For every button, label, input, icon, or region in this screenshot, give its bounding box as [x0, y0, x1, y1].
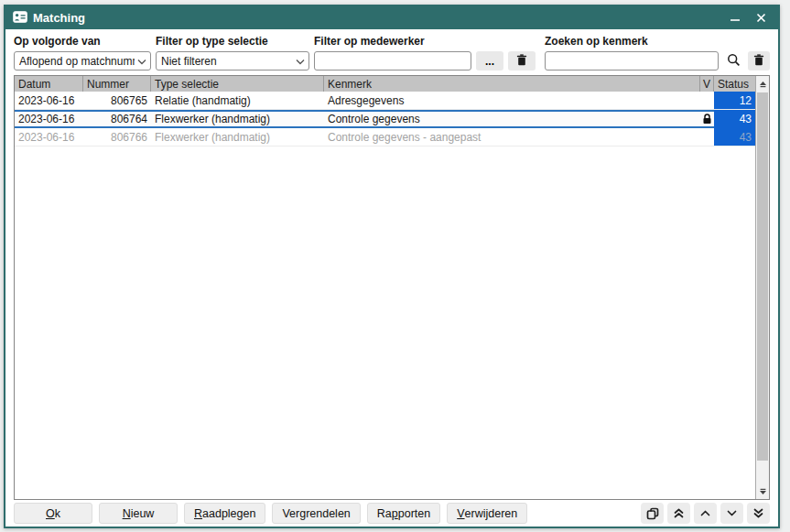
- cell-status: 12: [714, 92, 755, 109]
- search-icon: [727, 53, 741, 70]
- cell-status: 43: [714, 110, 755, 128]
- matching-window: Matching Op volgorde van Aflopend op mat…: [4, 5, 780, 528]
- vertical-scrollbar[interactable]: [755, 76, 769, 499]
- col-header-nummer[interactable]: Nummer: [83, 76, 151, 92]
- titlebar[interactable]: Matching: [5, 6, 778, 29]
- matching-table: Datum Nummer Type selectie Kenmerk V Sta…: [14, 75, 770, 500]
- cell-datum: 2023-06-16: [15, 110, 83, 128]
- lock-icon: [702, 114, 712, 125]
- kenmerk-search-label: Zoeken op kenmerk: [545, 35, 770, 48]
- order-label: Op volgorde van: [14, 35, 151, 48]
- contact-card-icon: [13, 11, 27, 26]
- cell-type-selectie: Relatie (handmatig): [151, 92, 324, 109]
- cell-vergrendeld: [700, 110, 714, 128]
- trash-icon: [753, 54, 764, 69]
- col-header-status[interactable]: Status: [714, 76, 755, 92]
- scroll-down-icon[interactable]: [756, 483, 769, 499]
- table-row[interactable]: 2023-06-16 806764 Flexwerker (handmatig)…: [15, 110, 755, 128]
- cell-datum: 2023-06-16: [15, 128, 83, 146]
- footer-bar: OkNieuwRaadplegenVergrendelenRapportenVe…: [5, 500, 778, 527]
- minimize-icon[interactable]: [725, 9, 745, 27]
- col-header-datum[interactable]: Datum: [15, 76, 83, 92]
- copy-icon[interactable]: [641, 503, 664, 524]
- chevron-down-icon: [296, 55, 305, 68]
- order-select[interactable]: Aflopend op matchnummer: [14, 51, 151, 71]
- chevron-down-icon: [137, 55, 146, 68]
- cell-vergrendeld: [700, 92, 714, 109]
- kenmerk-search-button[interactable]: [723, 51, 743, 71]
- double-chevron-down-icon[interactable]: [747, 503, 770, 524]
- type-filter-value: Niet filteren: [161, 55, 293, 68]
- scrollbar-thumb[interactable]: [757, 92, 768, 461]
- chevron-up-icon[interactable]: [694, 503, 717, 524]
- scroll-up-icon[interactable]: [756, 76, 769, 92]
- type-filter-label: Filter op type selectie: [156, 35, 309, 48]
- window-title: Matching: [33, 11, 85, 25]
- cell-kenmerk: Controle gegevens - aangepast: [324, 128, 700, 146]
- cell-status: 43: [714, 128, 755, 146]
- cell-type-selectie: Flexwerker (handmatig): [151, 128, 324, 146]
- medewerker-input[interactable]: [314, 51, 471, 71]
- trash-icon: [516, 54, 527, 69]
- nieuw-button[interactable]: Nieuw: [99, 503, 178, 524]
- ok-button[interactable]: Ok: [14, 503, 92, 524]
- type-filter-select[interactable]: Niet filteren: [156, 51, 309, 71]
- double-chevron-up-icon[interactable]: [667, 503, 690, 524]
- cell-vergrendeld: [700, 128, 714, 146]
- vergrendelen-button[interactable]: Vergrendelen: [272, 503, 360, 524]
- cell-kenmerk: Controle gegevens: [324, 110, 700, 128]
- cell-nummer: 806765: [83, 92, 151, 109]
- col-header-kenmerk[interactable]: Kenmerk: [324, 76, 700, 92]
- kenmerk-search-input[interactable]: [545, 51, 719, 71]
- table-body: 2023-06-16 806765 Relatie (handmatig) Ad…: [15, 92, 755, 147]
- verwijderen-button[interactable]: Verwijderen: [447, 503, 527, 524]
- cell-datum: 2023-06-16: [15, 92, 83, 109]
- filter-bar: Op volgorde van Aflopend op matchnummer …: [5, 29, 778, 75]
- chevron-down-icon[interactable]: [720, 503, 743, 524]
- cell-nummer: 806764: [83, 110, 151, 128]
- order-select-value: Aflopend op matchnummer: [19, 55, 135, 68]
- medewerker-filter-label: Filter op medewerker: [314, 35, 536, 48]
- close-icon[interactable]: [751, 9, 771, 27]
- rapporten-button[interactable]: Rapporten: [367, 503, 440, 524]
- col-header-type[interactable]: Type selectie: [151, 76, 324, 92]
- kenmerk-clear-button[interactable]: [748, 51, 770, 71]
- scrollbar-track[interactable]: [756, 92, 769, 483]
- table-row[interactable]: 2023-06-16 806765 Relatie (handmatig) Ad…: [15, 92, 755, 110]
- cell-type-selectie: Flexwerker (handmatig): [151, 110, 324, 128]
- medewerker-browse-button[interactable]: ...: [476, 51, 503, 71]
- table-header[interactable]: Datum Nummer Type selectie Kenmerk V Sta…: [15, 76, 755, 92]
- cell-nummer: 806766: [83, 128, 151, 146]
- raadplegen-button[interactable]: Raadplegen: [184, 503, 265, 524]
- cell-kenmerk: Adresgegevens: [324, 92, 700, 109]
- col-header-v[interactable]: V: [700, 76, 714, 92]
- table-row[interactable]: 2023-06-16 806766 Flexwerker (handmatig)…: [15, 128, 755, 147]
- medewerker-clear-button[interactable]: [508, 51, 536, 71]
